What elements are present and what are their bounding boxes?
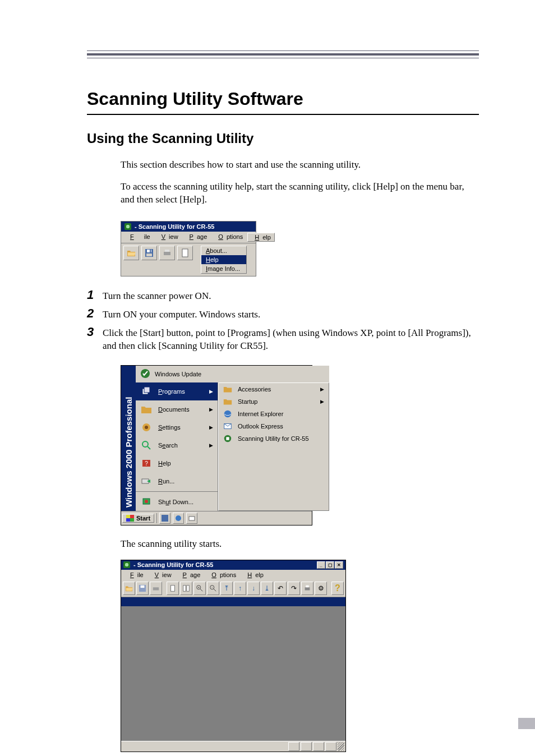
toolbar: + - ⤒ ↑ ↓ ⤓ ↶ ↷ ⚙ ? (121, 580, 345, 597)
page-single-icon[interactable] (167, 582, 179, 595)
page-multi-icon[interactable] (180, 582, 192, 595)
chevron-right-icon: ▶ (320, 386, 324, 392)
menu-view[interactable]: View (155, 233, 182, 242)
os-brand-sidebar: Windows 2000 Professional (121, 366, 136, 511)
last-page-icon[interactable]: ⤓ (261, 582, 273, 595)
svg-rect-6 (182, 249, 188, 257)
start-item-windows-update[interactable]: Windows Update (155, 371, 201, 377)
svg-rect-2 (150, 250, 151, 252)
chevron-right-icon: ▶ (320, 399, 324, 404)
next-page-icon[interactable]: ↓ (247, 582, 260, 595)
toolbar-page-icon[interactable] (177, 246, 193, 260)
folder-icon (223, 397, 232, 406)
svg-point-19 (224, 410, 231, 417)
settings-icon[interactable]: ⚙ (315, 582, 327, 595)
screenshot-app-window: - Scanning Utility for CR-55 _ ▢ ✕ File … (121, 560, 346, 752)
menu-page[interactable]: Page (176, 571, 204, 579)
search-icon (140, 439, 153, 451)
menu-help[interactable]: Help (241, 571, 267, 579)
svg-point-24 (176, 515, 181, 521)
print-icon[interactable] (301, 582, 313, 595)
app-icon (124, 223, 131, 230)
svg-rect-31 (187, 585, 189, 591)
help-menu-help[interactable]: Help (201, 255, 246, 264)
menu-help[interactable]: Help (247, 233, 275, 242)
quick-launch-icon[interactable] (173, 513, 184, 524)
paragraph-result: The scanning utility starts. (121, 538, 479, 551)
zoom-in-icon[interactable]: + (193, 582, 206, 595)
svg-point-12 (142, 441, 148, 447)
start-button[interactable]: Start (122, 514, 154, 523)
window-title: - Scanning Utility for CR-55 (135, 223, 214, 230)
prev-page-icon[interactable]: ↑ (234, 582, 246, 595)
header-rule (87, 50, 479, 58)
svg-rect-38 (305, 587, 310, 590)
chevron-right-icon: ▶ (209, 425, 213, 430)
menu-page[interactable]: Page (183, 233, 211, 242)
start-item-run[interactable]: Run... (136, 472, 218, 490)
start-item-shutdown[interactable]: Shut Down... (136, 493, 218, 511)
open-icon[interactable] (123, 582, 135, 595)
step-number-2: 2 (87, 307, 102, 320)
help-icon[interactable]: ? (331, 582, 344, 595)
help-icon: ? (140, 457, 153, 469)
menu-view[interactable]: View (148, 571, 175, 579)
help-menu-about[interactable]: About... (201, 246, 246, 255)
step-text-3: Click the [Start] button, point to [Prog… (103, 326, 479, 353)
page-indicator-bar (121, 597, 345, 606)
submenu-outlook[interactable]: Outlook Express (219, 420, 329, 432)
screenshot-start-menu: Windows 2000 Professional Windows Update (121, 365, 312, 525)
folder-icon (223, 385, 232, 394)
submenu-ie[interactable]: Internet Explorer (219, 408, 329, 420)
rotate-right-icon[interactable]: ↷ (288, 582, 300, 595)
quick-launch-icon[interactable] (159, 513, 170, 524)
shutdown-icon (140, 496, 153, 508)
menu-file[interactable]: File (123, 571, 147, 579)
svg-rect-30 (183, 585, 186, 591)
documents-icon (140, 403, 153, 416)
step-number-1: 1 (87, 289, 102, 301)
minimize-button[interactable]: _ (317, 561, 325, 569)
svg-line-33 (200, 588, 202, 591)
zoom-out-icon[interactable]: - (207, 582, 219, 595)
quick-launch-icon[interactable] (186, 513, 197, 524)
settings-icon (140, 421, 153, 434)
submenu-scanning-utility[interactable]: Scanning Utility for CR-55 (219, 432, 329, 445)
scan-util-icon (223, 434, 232, 443)
toolbar-open-icon[interactable] (123, 246, 139, 260)
menu-bar: File View Page Options Help (121, 232, 256, 243)
submenu-accessories[interactable]: Accessories ▶ (219, 383, 329, 395)
first-page-icon[interactable]: ⤒ (220, 582, 233, 595)
menu-options[interactable]: Options (211, 233, 246, 242)
start-item-documents[interactable]: Documents ▶ (136, 400, 218, 418)
screenshot-menu-help: - Scanning Utility for CR-55 File View P… (121, 221, 256, 276)
start-item-settings[interactable]: Settings ▶ (136, 418, 218, 436)
app-icon (123, 561, 130, 568)
start-item-programs[interactable]: Programs ▶ (136, 382, 218, 400)
start-item-help[interactable]: ? Help (136, 454, 218, 472)
svg-rect-25 (189, 517, 195, 520)
svg-rect-27 (141, 585, 145, 587)
svg-rect-29 (170, 585, 174, 591)
chevron-right-icon: ▶ (209, 407, 213, 412)
svg-text:-: - (211, 586, 213, 589)
close-button[interactable]: ✕ (335, 561, 343, 569)
toolbar-scan-icon[interactable] (159, 246, 175, 260)
scan-icon[interactable] (150, 582, 162, 595)
windows-flag-icon (126, 515, 134, 522)
paragraph-intro-1: This section describes how to start and … (121, 159, 479, 172)
resize-grip-icon[interactable] (338, 742, 344, 751)
menu-file[interactable]: File (123, 233, 154, 242)
taskbar: Start (121, 511, 312, 525)
svg-rect-4 (164, 252, 170, 255)
maximize-button[interactable]: ▢ (326, 561, 334, 569)
toolbar-save-icon[interactable] (141, 246, 157, 260)
menu-options[interactable]: Options (205, 571, 239, 579)
submenu-startup[interactable]: Startup ▶ (219, 395, 329, 408)
help-dropdown: About... Help Image Info... (201, 246, 247, 274)
start-item-search[interactable]: Search ▶ (136, 436, 218, 454)
rotate-left-icon[interactable]: ↶ (274, 582, 287, 595)
help-menu-image-info[interactable]: Image Info... (201, 264, 246, 273)
save-icon[interactable] (136, 582, 149, 595)
run-icon (140, 475, 153, 487)
